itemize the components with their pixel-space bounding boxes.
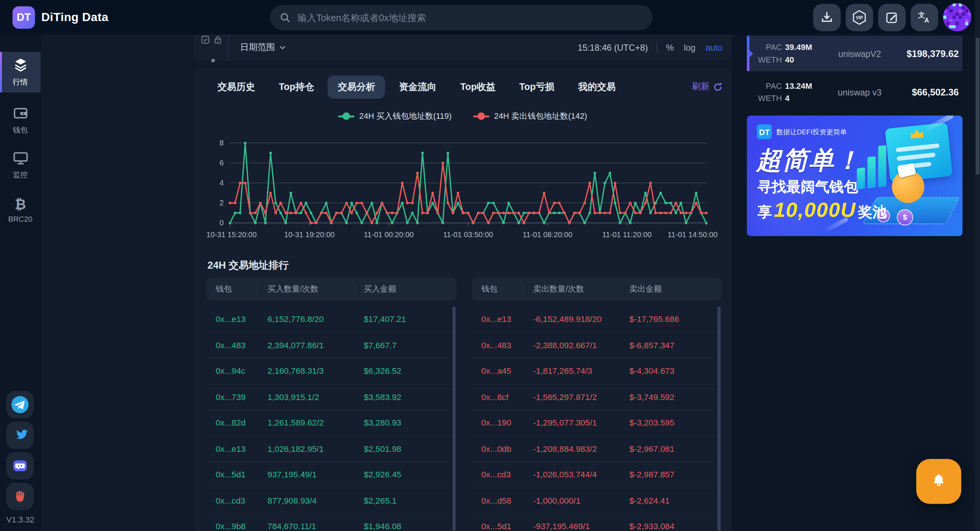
checkbox-icon[interactable] [201, 35, 209, 44]
legend-item[interactable]: 24H 卖出钱包地址数(142) [473, 111, 587, 122]
pool-row[interactable]: PAC39.49MWETH40uniswapV2$198,379.62 [747, 35, 963, 71]
table-row[interactable]: 0x...94c2,160,768.31/3$6,326.52 [206, 358, 456, 384]
banner-prize-suffix: 奖池 [858, 203, 887, 222]
toolbar-handle-dot [211, 59, 215, 63]
date-range-label: 日期范围 [240, 42, 275, 53]
amount-per-count: 937,195.49/1 [267, 470, 317, 479]
banner-illustration-bars [857, 145, 886, 189]
wallet-address[interactable]: 0x...d58 [481, 496, 511, 505]
wallet-address[interactable]: 0x...e13 [216, 314, 245, 324]
sidebar-item-monitor[interactable]: 监控 [0, 149, 41, 181]
page-scrollbar[interactable] [975, 0, 980, 531]
tab-list: 交易历史Top持仓交易分析资金流向Top收益Top亏损我的交易 [207, 75, 625, 98]
usd-amount: $-3,749.592 [629, 392, 675, 401]
table-row[interactable]: 0x...4832,394,077.86/1$7,667.7 [206, 333, 456, 358]
edit-button[interactable] [878, 3, 905, 31]
wallet-address[interactable]: 0x...cd3 [481, 470, 511, 479]
twitter-icon [12, 427, 28, 443]
sidebar: 行情 钱包 监控 ₿ BRC20 [0, 35, 41, 531]
table-row[interactable]: 0x...e13-6,152,489.918/20$-17,765.686 [472, 307, 722, 333]
wallet-address[interactable]: 0x...5d1 [481, 522, 511, 531]
translate-button[interactable]: 文A [911, 3, 938, 31]
table-row[interactable]: 0x...d58-1,000,000/1$-2,624.41 [472, 488, 722, 514]
log-toggle[interactable]: log [684, 43, 695, 52]
wallet-address[interactable]: 0x...e13 [481, 314, 511, 324]
table-row[interactable]: 0x...7391,303,915.1/2$3,583.92 [206, 384, 456, 411]
banner-prize-prefix: 享 [757, 203, 772, 222]
table-row[interactable]: 0x...82d1,261,589.62/2$3,280.93 [206, 411, 456, 436]
buy-table-rows: 0x...e136,152,776.8/20$17,407.210x...483… [206, 307, 456, 531]
sidebar-item-brc20[interactable]: ₿ BRC20 [0, 195, 41, 228]
user-avatar[interactable] [943, 3, 971, 31]
promo-banner[interactable]: $ $ DT 数据让DEFI投资更简单 超简单！ 寻找最阔气钱包 享 10,00… [747, 116, 963, 236]
chart-legend: 24H 买入钱包地址数(119)24H 卖出钱包地址数(142) [194, 111, 731, 122]
chart-toolbar-icons [201, 35, 222, 44]
table-row[interactable]: 0x...cd3-1,026,053.744/4$-2,987.857 [472, 462, 722, 488]
refresh-button[interactable]: 刷新 [692, 81, 722, 92]
table-row[interactable]: 0x...0db-1,208,884.983/2$-2,967.081 [472, 436, 722, 462]
tab-我的交易[interactable]: 我的交易 [568, 75, 625, 98]
date-range-selector[interactable]: 日期范围 [240, 42, 286, 53]
app-title: DiTing Data [41, 10, 108, 24]
tab-Top收益[interactable]: Top收益 [450, 75, 506, 98]
table-row[interactable]: 0x...190-1,295,077.305/1$-3,203.595 [472, 411, 722, 436]
wallet-address[interactable]: 0x...190 [481, 418, 511, 427]
table-row[interactable]: 0x...e131,026,182.95/1$2,501.98 [206, 436, 456, 462]
tab-交易历史[interactable]: 交易历史 [207, 75, 265, 98]
tab-资金流向[interactable]: 资金流向 [389, 75, 446, 98]
table-row[interactable]: 0x...e136,152,776.8/20$17,407.21 [206, 307, 456, 333]
discord-button[interactable] [6, 452, 34, 480]
pool-row[interactable]: PAC13.24MWETH4uniswap v3$66,502.36 [747, 74, 963, 110]
svg-text:11-01 08:20:00: 11-01 08:20:00 [523, 231, 573, 239]
amount-per-count: -1,208,884.983/2 [533, 444, 597, 453]
page-scrollbar-thumb[interactable] [975, 37, 979, 175]
wallet-address[interactable]: 0x...483 [481, 341, 511, 350]
download-button[interactable] [813, 3, 840, 31]
table-row[interactable]: 0x...5d1-937,195.469/1$-2,933.084 [472, 514, 722, 531]
legend-marker-icon [338, 113, 354, 120]
twitter-button[interactable] [6, 422, 34, 449]
tab-交易分析[interactable]: 交易分析 [328, 75, 385, 98]
auto-toggle[interactable]: auto [706, 43, 722, 52]
token-search[interactable] [270, 5, 652, 30]
percent-toggle[interactable]: % [666, 43, 674, 52]
pool-quote-symbol: WETH [756, 53, 782, 66]
tab-Top持仓[interactable]: Top持仓 [269, 75, 324, 98]
legend-item[interactable]: 24H 买入钱包地址数(119) [338, 111, 452, 122]
wallet-address[interactable]: 0x...9b8 [216, 522, 245, 531]
app-logo[interactable]: DT [13, 6, 35, 29]
bell-icon [929, 472, 948, 491]
table-header: 钱包 卖出数量/次数 卖出金额 [472, 278, 722, 300]
wallet-address[interactable]: 0x...8cf [481, 392, 508, 401]
wallet-address[interactable]: 0x...cd3 [216, 496, 245, 505]
lock-icon[interactable] [214, 35, 222, 44]
wallet-address[interactable]: 0x...a45 [481, 366, 511, 376]
wallet-address[interactable]: 0x...0db [481, 444, 511, 453]
buy-table-scrollbar[interactable] [453, 307, 455, 531]
community-button[interactable] [6, 482, 34, 510]
telegram-button[interactable] [6, 391, 34, 418]
sidebar-item-market[interactable]: 行情 [0, 52, 41, 92]
vip-button[interactable]: VIP [846, 3, 873, 31]
sidebar-item-wallet[interactable]: 钱包 [0, 104, 41, 136]
chart-toolbar-right: 15:18:46 (UTC+8) % log auto [578, 42, 722, 53]
wallet-address[interactable]: 0x...483 [216, 341, 245, 350]
notification-button[interactable] [916, 459, 961, 504]
table-row[interactable]: 0x...cd3877,908.93/4$2,265.1 [206, 488, 456, 514]
table-row[interactable]: 0x...a45-1,817,265.74/3$-4,304.673 [472, 358, 722, 384]
amount-per-count: 784,670.11/1 [267, 522, 316, 531]
table-row[interactable]: 0x...8cf-1,565,297.871/2$-3,749.592 [472, 384, 722, 411]
wallet-address[interactable]: 0x...94c [216, 366, 245, 376]
wallet-address[interactable]: 0x...e13 [216, 444, 245, 453]
table-row[interactable]: 0x...9b8784,670.11/1$1,946.08 [206, 514, 456, 531]
table-row[interactable]: 0x...483-2,388,092.667/1$-6,857.347 [472, 333, 722, 358]
tab-Top亏损[interactable]: Top亏损 [509, 75, 565, 98]
wallet-address[interactable]: 0x...82d [216, 418, 245, 427]
wallet-address[interactable]: 0x...5d1 [216, 470, 245, 479]
search-input[interactable] [296, 11, 643, 23]
wallet-address[interactable]: 0x...739 [216, 392, 245, 401]
table-row[interactable]: 0x...5d1937,195.49/1$2,926.45 [206, 462, 456, 488]
translate-icon: 文A [917, 10, 932, 25]
chart-toolbar: 日期范围 15:18:46 (UTC+8) % log auto [194, 35, 731, 61]
sell-table-scrollbar[interactable] [718, 307, 721, 531]
